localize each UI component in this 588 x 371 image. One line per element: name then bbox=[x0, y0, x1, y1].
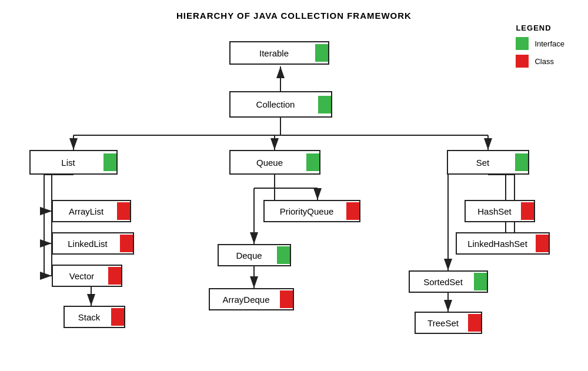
node-badge-collection bbox=[318, 96, 331, 113]
diagram-title: HIERARCHY OF JAVA COLLECTION FRAMEWORK bbox=[0, 0, 588, 21]
node-label-arraylist: ArrayList bbox=[58, 206, 115, 216]
node-label-set: Set bbox=[453, 158, 513, 168]
node-label-vector: Vector bbox=[58, 271, 106, 281]
node-badge-linkedhashset bbox=[536, 235, 549, 252]
node-label-iterable: Iterable bbox=[235, 48, 313, 58]
legend-class-badge bbox=[516, 55, 529, 68]
node-linkedhashset: LinkedHashSet bbox=[456, 232, 550, 255]
node-deque: Deque bbox=[218, 244, 291, 266]
node-vector: Vector bbox=[52, 265, 122, 287]
node-treeset: TreeSet bbox=[415, 312, 482, 334]
legend-interface-badge bbox=[516, 37, 529, 50]
node-label-queue: Queue bbox=[235, 158, 304, 168]
legend-interface: Interface bbox=[516, 37, 564, 50]
node-label-collection: Collection bbox=[235, 99, 316, 109]
node-list: List bbox=[29, 150, 118, 175]
node-hashset: HashSet bbox=[465, 200, 535, 222]
node-label-deque: Deque bbox=[223, 250, 275, 260]
node-label-sortedset: SortedSet bbox=[415, 277, 472, 287]
node-linkedlist: LinkedList bbox=[52, 232, 134, 255]
node-badge-stack bbox=[111, 308, 124, 326]
node-label-hashset: HashSet bbox=[470, 206, 519, 216]
node-label-linkedhashset: LinkedHashSet bbox=[462, 239, 533, 249]
node-badge-sortedset bbox=[474, 273, 487, 290]
node-badge-linkedlist bbox=[120, 235, 133, 252]
node-badge-list bbox=[103, 153, 116, 171]
node-label-linkedlist: LinkedList bbox=[58, 239, 118, 249]
node-stack: Stack bbox=[64, 306, 125, 328]
legend-title: LEGEND bbox=[516, 24, 564, 32]
node-queue: Queue bbox=[229, 150, 320, 175]
node-label-arraydeque: ArrayDeque bbox=[215, 295, 278, 305]
diagram-container: HIERARCHY OF JAVA COLLECTION FRAMEWORK L… bbox=[0, 0, 588, 371]
node-badge-priorityqueue bbox=[346, 202, 359, 220]
node-badge-hashset bbox=[521, 202, 534, 220]
node-badge-iterable bbox=[315, 44, 328, 62]
node-sortedset: SortedSet bbox=[409, 270, 488, 293]
node-badge-treeset bbox=[468, 314, 481, 332]
node-badge-queue bbox=[306, 153, 319, 171]
node-badge-deque bbox=[277, 246, 290, 264]
node-collection: Collection bbox=[229, 91, 332, 118]
node-label-stack: Stack bbox=[69, 312, 109, 322]
node-arraylist: ArrayList bbox=[52, 200, 131, 222]
node-badge-vector bbox=[108, 267, 121, 285]
legend-interface-label: Interface bbox=[534, 39, 564, 48]
node-priorityqueue: PriorityQueue bbox=[263, 200, 360, 222]
legend: LEGEND Interface Class bbox=[516, 24, 564, 72]
node-label-list: List bbox=[35, 158, 101, 168]
node-badge-arraydeque bbox=[280, 290, 293, 308]
node-set: Set bbox=[447, 150, 529, 175]
node-iterable: Iterable bbox=[229, 41, 329, 65]
legend-class-label: Class bbox=[534, 57, 554, 66]
node-label-treeset: TreeSet bbox=[420, 318, 466, 328]
legend-class: Class bbox=[516, 55, 564, 68]
node-arraydeque: ArrayDeque bbox=[209, 288, 294, 310]
node-badge-arraylist bbox=[117, 202, 130, 220]
node-label-priorityqueue: PriorityQueue bbox=[269, 206, 344, 216]
node-badge-set bbox=[515, 153, 528, 171]
